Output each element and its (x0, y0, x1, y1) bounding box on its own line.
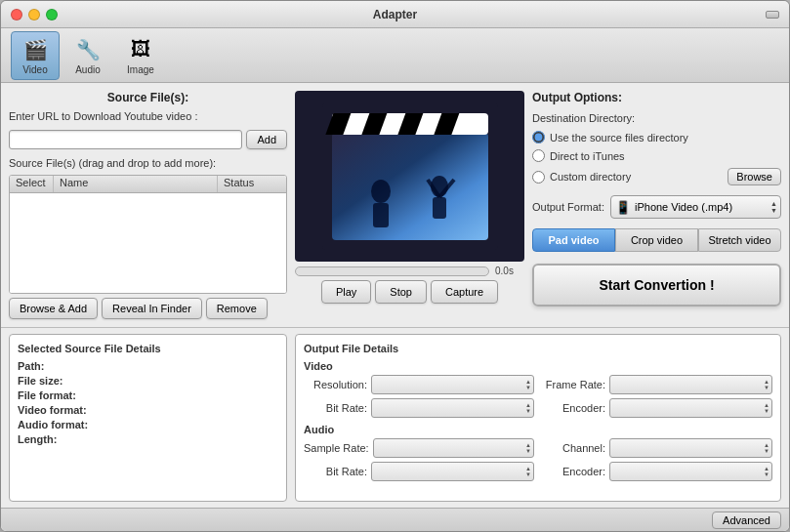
url-label: Enter URL to Download Youtube video : (9, 110, 197, 122)
fileformat-row: File format: (18, 389, 278, 401)
output-options-title: Output Options: (532, 91, 781, 104)
fileformat-label: File format: (18, 389, 105, 401)
framerate-row: Frame Rate: ▲▼ (542, 375, 772, 394)
svg-rect-3 (373, 203, 389, 227)
videoformat-row: Video format: (18, 404, 278, 416)
url-input[interactable] (9, 130, 242, 149)
browse-directory-button[interactable]: Browse (728, 168, 781, 185)
video-section-label: Video (304, 360, 772, 372)
close-button[interactable] (11, 9, 22, 20)
source-details-title: Selected Source File Details (18, 343, 278, 354)
framerate-select[interactable] (609, 375, 772, 394)
output-details-title: Output File Details (304, 343, 772, 354)
browse-add-button[interactable]: Browse & Add (9, 298, 98, 319)
video-encoder-select[interactable] (609, 398, 772, 418)
format-select-wrapper: 📱 iPhone Video (.mp4) MP4 MOV AVI ▲ ▼ (610, 195, 781, 219)
destination-label: Destination Directory: (532, 112, 781, 124)
crop-video-button[interactable]: Crop video (615, 228, 698, 252)
resolution-row: Resolution: ▲▼ (304, 375, 534, 394)
crop-buttons: Pad video Crop video Stretch video (532, 228, 781, 252)
video-bitrate-select-wrapper: ▲▼ (371, 398, 534, 418)
bottom-area: Selected Source File Details Path: File … (1, 327, 789, 508)
maximize-button[interactable] (46, 9, 58, 20)
start-conversion-button[interactable]: Start Convertion ! (532, 264, 781, 307)
traffic-lights (11, 9, 58, 20)
length-label: Length: (18, 433, 105, 445)
audio-icon: 🔧 (74, 36, 102, 63)
statusbar: Advanced (1, 508, 789, 531)
audio-fields-grid: Sample Rate: ▲▼ Channel: ▲▼ (304, 438, 772, 481)
player-buttons: Play Stop Capture (295, 280, 524, 304)
videoformat-label: Video format: (18, 404, 105, 416)
samplerate-row: Sample Rate: ▲▼ (304, 438, 534, 458)
audio-encoder-label: Encoder: (542, 466, 605, 477)
table-body (10, 193, 286, 293)
stretch-video-button[interactable]: Stretch video (698, 228, 781, 252)
video-encoder-label: Encoder: (542, 402, 605, 414)
filesize-label: File size: (18, 375, 105, 387)
video-bitrate-row: Bit Rate: ▲▼ (304, 398, 534, 418)
table-header: Select Name Status (10, 176, 286, 193)
channel-row: Channel: ▲▼ (542, 438, 772, 458)
framerate-label: Frame Rate: (542, 379, 605, 390)
radio-itunes-input[interactable] (532, 149, 545, 162)
toolbar: 🎬 Video 🔧 Audio 🖼 Image (1, 28, 789, 83)
video-bitrate-select[interactable] (371, 398, 534, 418)
col-status: Status (218, 176, 286, 192)
output-file-details-panel: Output File Details Video Resolution: ▲▼… (295, 334, 781, 502)
progress-bar[interactable] (295, 266, 489, 276)
toolbar-audio[interactable]: 🔧 Audio (63, 32, 112, 79)
files-label: Source File(s) (drag and drop to add mor… (9, 157, 287, 169)
channel-label: Channel: (542, 442, 605, 454)
filesize-row: File size: (18, 375, 278, 387)
format-select[interactable]: iPhone Video (.mp4) MP4 MOV AVI (610, 195, 781, 219)
svg-rect-1 (332, 133, 488, 240)
video-encoder-row: Encoder: ▲▼ (542, 398, 772, 418)
samplerate-select-wrapper: ▲▼ (373, 438, 534, 458)
col-select: Select (10, 176, 54, 192)
toolbar-video-label: Video (22, 64, 47, 75)
audio-encoder-select[interactable] (609, 462, 772, 481)
svg-point-2 (371, 180, 391, 203)
audio-bitrate-select[interactable] (371, 462, 534, 481)
path-label: Path: (18, 360, 105, 372)
pad-video-button[interactable]: Pad video (532, 228, 615, 252)
play-button[interactable]: Play (321, 280, 371, 304)
main-area: Source File(s): Enter URL to Download Yo… (1, 83, 789, 327)
path-row: Path: (18, 360, 278, 372)
minimize-button[interactable] (28, 9, 40, 20)
format-label: Output Format: (532, 201, 604, 213)
svg-rect-5 (433, 197, 446, 219)
capture-button[interactable]: Capture (431, 280, 498, 304)
radio-source-input[interactable] (532, 131, 545, 143)
toolbar-video[interactable]: 🎬 Video (11, 31, 60, 80)
reveal-in-finder-button[interactable]: Reveal In Finder (102, 298, 202, 319)
radio-source: Use the source files directory (532, 131, 781, 143)
col-name: Name (54, 176, 218, 192)
resolution-label: Resolution: (304, 379, 367, 390)
left-panel: Source File(s): Enter URL to Download Yo… (9, 91, 287, 319)
channel-select-wrapper: ▲▼ (609, 438, 772, 458)
toolbar-audio-label: Audio (75, 64, 101, 75)
advanced-button[interactable]: Advanced (712, 512, 781, 529)
radio-itunes-label: Direct to iTunes (550, 150, 625, 162)
window-resize-button[interactable] (766, 11, 779, 19)
channel-select[interactable] (609, 438, 772, 458)
audio-bitrate-select-wrapper: ▲▼ (371, 462, 534, 481)
add-button[interactable]: Add (246, 130, 287, 149)
right-panel: Output Options: Destination Directory: U… (532, 91, 781, 319)
stop-button[interactable]: Stop (375, 280, 427, 304)
video-icon: 🎬 (21, 36, 49, 63)
action-row: Browse & Add Reveal In Finder Remove (9, 298, 287, 319)
audio-encoder-row: Encoder: ▲▼ (542, 462, 772, 481)
remove-button[interactable]: Remove (206, 298, 268, 319)
samplerate-select[interactable] (373, 438, 534, 458)
toolbar-image-label: Image (127, 64, 154, 75)
source-details-panel: Selected Source File Details Path: File … (9, 334, 287, 502)
radio-custom-input[interactable] (532, 171, 545, 184)
toolbar-image[interactable]: 🖼 Image (116, 32, 165, 79)
resolution-select[interactable] (371, 375, 534, 394)
clapperboard-svg (322, 103, 498, 250)
audio-encoder-select-wrapper: ▲▼ (609, 462, 772, 481)
window-title: Adapter (373, 8, 417, 21)
